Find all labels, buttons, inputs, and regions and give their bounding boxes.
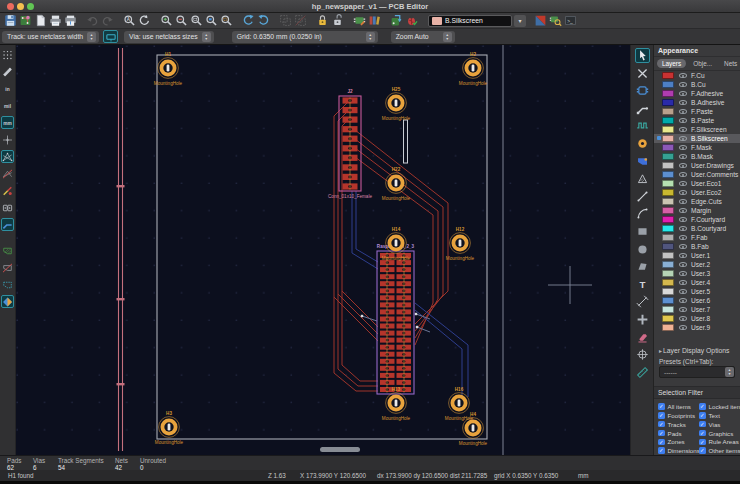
layer-color-swatch[interactable] <box>662 216 674 223</box>
zone-hide-button[interactable] <box>1 261 14 274</box>
tab-layers[interactable]: Layers <box>657 59 686 68</box>
layer-row-f-adhesive[interactable]: F.Adhesive <box>654 89 740 98</box>
draw-arc-button[interactable] <box>635 206 650 221</box>
filter-tracks[interactable]: ✓Tracks <box>658 420 699 429</box>
library-browser-button[interactable] <box>367 13 382 28</box>
layer-color-swatch[interactable] <box>662 225 674 232</box>
visibility-eye-icon[interactable] <box>679 217 687 222</box>
zone-display-button[interactable] <box>1 244 14 257</box>
active-layer-select[interactable]: B.Silkscreen <box>428 15 512 27</box>
units-mils-button[interactable]: mil <box>1 99 14 112</box>
visibility-eye-icon[interactable] <box>679 253 687 258</box>
rotate-cw-button[interactable] <box>256 13 271 28</box>
zone-outline-button[interactable] <box>1 278 14 291</box>
layer-pair-button[interactable] <box>533 13 548 28</box>
filter-pads[interactable]: ✓Pads <box>658 429 699 438</box>
layer-color-swatch[interactable] <box>662 261 674 268</box>
layer-row-edge-cuts[interactable]: Edge.Cuts <box>654 197 740 206</box>
filter-text[interactable]: ✓Text <box>699 411 740 420</box>
layer-color-swatch[interactable] <box>662 252 674 259</box>
visibility-eye-icon[interactable] <box>679 271 687 276</box>
visibility-eye-icon[interactable] <box>679 118 687 123</box>
layer-color-swatch[interactable] <box>662 153 674 160</box>
via-size-select[interactable]: Via: use netclass sizes ▴▾ <box>124 31 214 43</box>
layer-color-swatch[interactable] <box>662 81 674 88</box>
layer-row-user-eco2[interactable]: User.Eco2 <box>654 188 740 197</box>
pcb-canvas[interactable]: J2Conn_01x10_FemaleRaspberryPi_2_3H1Moun… <box>16 45 630 455</box>
add-zone-button[interactable] <box>635 154 650 169</box>
units-mm-button[interactable]: mm <box>1 116 14 129</box>
filter-rule-areas[interactable]: ✓Rule Areas <box>699 437 740 446</box>
tab-obje[interactable]: Obje... <box>688 59 717 68</box>
layer-color-swatch[interactable] <box>662 126 674 133</box>
checkbox-checked-icon[interactable]: ✓ <box>699 447 706 454</box>
layer-color-swatch[interactable] <box>662 198 674 205</box>
checkbox-checked-icon[interactable]: ✓ <box>699 412 706 419</box>
visibility-eye-icon[interactable] <box>679 73 687 78</box>
layer-row-user-3[interactable]: User.3 <box>654 269 740 278</box>
scripting-console-button[interactable]: >_ <box>563 13 578 28</box>
unlock-button[interactable] <box>330 13 345 28</box>
lock-button[interactable] <box>315 13 330 28</box>
layer-color-swatch[interactable] <box>662 306 674 313</box>
visibility-eye-icon[interactable] <box>679 127 687 132</box>
units-inches-button[interactable]: in <box>1 82 14 95</box>
draw-rectangle-button[interactable] <box>635 224 650 239</box>
drc-button[interactable] <box>404 13 419 28</box>
redo-button[interactable] <box>100 13 115 28</box>
checkbox-checked-icon[interactable]: ✓ <box>699 403 706 410</box>
print-button[interactable] <box>48 13 63 28</box>
layer-color-swatch[interactable] <box>662 288 674 295</box>
layer-display-options[interactable]: ▸Layer Display Options <box>654 347 740 354</box>
checkbox-checked-icon[interactable]: ✓ <box>658 412 665 419</box>
layer-color-swatch[interactable] <box>662 117 674 124</box>
footprint-checker-button[interactable] <box>548 13 563 28</box>
set-anchor-button[interactable] <box>635 312 650 327</box>
checkbox-checked-icon[interactable]: ✓ <box>658 421 665 428</box>
grid-select[interactable]: Grid: 0.6350 mm (0.0250 in) ▴▾ <box>232 31 378 43</box>
filter-vias[interactable]: ✓Vias <box>699 420 740 429</box>
checkbox-checked-icon[interactable]: ✓ <box>658 430 665 437</box>
layer-color-swatch[interactable] <box>662 72 674 79</box>
layer-row-b-mask[interactable]: B.Mask <box>654 152 740 161</box>
filter-graphics[interactable]: ✓Graphics <box>699 429 740 438</box>
auto-track-width-toggle[interactable] <box>103 30 118 43</box>
net-highlight-button[interactable] <box>1 184 14 197</box>
track-display-button[interactable] <box>1 218 14 231</box>
visibility-eye-icon[interactable] <box>679 109 687 114</box>
layer-row-b-adhesive[interactable]: B.Adhesive <box>654 98 740 107</box>
select-tool-button[interactable] <box>635 48 650 63</box>
horizontal-scrollbar-thumb[interactable] <box>320 447 360 452</box>
hide-ratsnest-button[interactable] <box>1 167 14 180</box>
board-setup-button[interactable] <box>18 13 33 28</box>
visibility-eye-icon[interactable] <box>679 181 687 186</box>
layer-color-swatch[interactable] <box>662 171 674 178</box>
layer-row-user-4[interactable]: User.4 <box>654 278 740 287</box>
filter-zones[interactable]: ✓Zones <box>658 437 699 446</box>
layer-color-swatch[interactable] <box>662 144 674 151</box>
draw-polygon-button[interactable] <box>635 259 650 274</box>
zoom-selection-button[interactable] <box>219 13 234 28</box>
visibility-eye-icon[interactable] <box>679 199 687 204</box>
visibility-eye-icon[interactable] <box>679 91 687 96</box>
layer-row-f-fab[interactable]: F.Fab <box>654 233 740 242</box>
layer-row-user-2[interactable]: User.2 <box>654 260 740 269</box>
tab-nets[interactable]: Nets <box>719 59 740 68</box>
layer-row-b-silkscreen[interactable]: B.Silkscreen <box>654 134 740 143</box>
add-text-button[interactable]: T <box>635 277 650 292</box>
visibility-eye-icon[interactable] <box>679 145 687 150</box>
layer-color-swatch[interactable] <box>662 189 674 196</box>
layer-row-f-silkscreen[interactable]: F.Silkscreen <box>654 125 740 134</box>
visibility-eye-icon[interactable] <box>679 244 687 249</box>
drill-origin-button[interactable] <box>635 347 650 362</box>
checkbox-checked-icon[interactable]: ✓ <box>658 439 665 446</box>
rotate-ccw-button[interactable] <box>241 13 256 28</box>
layer-color-swatch[interactable] <box>662 297 674 304</box>
visibility-eye-icon[interactable] <box>679 136 687 141</box>
visibility-eye-icon[interactable] <box>679 316 687 321</box>
visibility-eye-icon[interactable] <box>679 325 687 330</box>
filter-other-items[interactable]: ✓Other items <box>699 446 740 455</box>
visibility-eye-icon[interactable] <box>679 190 687 195</box>
draw-line-button[interactable] <box>635 189 650 204</box>
find-button[interactable]: A <box>122 13 137 28</box>
